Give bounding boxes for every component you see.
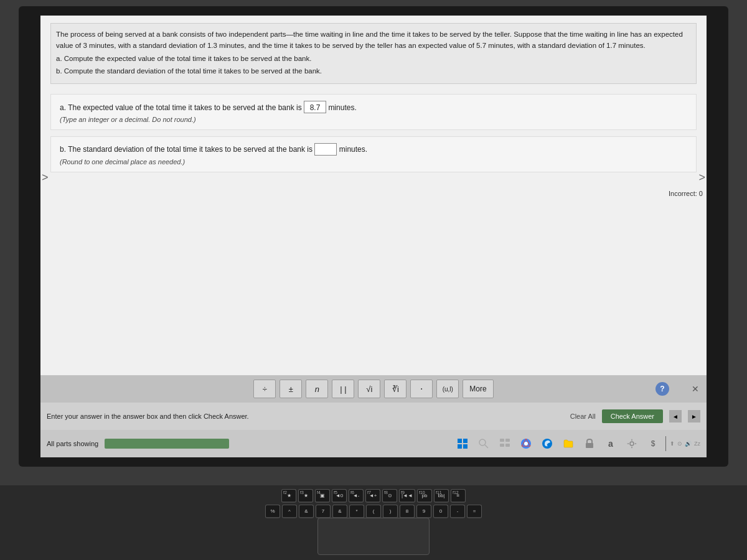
part-b-text: b. The standard deviation of the total t… [60,145,312,154]
key-f8-symbol: ⊙ [388,493,392,498]
parts-progress-bar [105,439,229,449]
part-b-unit: minutes. [339,145,367,154]
key-ampersand[interactable]: & [299,505,314,518]
key-f2-fn: f2 [283,490,287,495]
math-btn-sqrt[interactable]: √i [358,380,380,398]
key-f2-symbol: ★ [287,493,291,498]
math-btn-plusminus[interactable]: ± [280,380,302,398]
svg-point-11 [524,442,528,446]
nav-prev-button[interactable]: ◄ [669,410,682,422]
key-f8[interactable]: f8 ⊙ [382,489,397,503]
lock-icon[interactable] [581,435,598,452]
svg-rect-8 [500,444,504,447]
svg-line-5 [485,445,488,448]
key-percent[interactable]: % [265,505,280,518]
key-f6[interactable]: f6 ◄- [349,489,364,503]
svg-rect-13 [586,443,593,448]
check-answer-button[interactable]: Check Answer [602,409,663,423]
problem-statement: The process of being served at a bank co… [50,23,697,84]
key-f10-fn: f10 [419,490,425,495]
file-explorer-icon[interactable] [560,435,577,452]
key-f9-fn: f9 [401,490,405,495]
part-b-instruction: b. Compute the standard deviation of the… [56,65,691,77]
close-button[interactable]: ✕ [692,384,699,394]
key-equals[interactable]: = [467,505,482,518]
key-f12-fn: f12 [453,490,459,495]
incorrect-count: Incorrect: 0 [669,190,703,197]
part-b-answer-input[interactable] [314,143,337,156]
svg-rect-6 [500,439,504,442]
key-8[interactable]: 8 [400,505,415,518]
bottom-bar: Enter your answer in the answer box and … [40,403,707,430]
settings-icon[interactable] [623,435,641,452]
help-button[interactable]: ? [655,382,669,396]
chrome-icon[interactable] [517,435,535,452]
nav-next-button[interactable]: ► [688,410,700,422]
taskbar-search-icon[interactable] [475,435,492,452]
intro-text: The process of being served at a bank co… [56,29,691,52]
part-a-block: a. The expected value of the total time … [50,94,697,130]
instruction-text: Enter your answer in the answer box and … [47,413,558,420]
edge-icon[interactable] [538,435,556,452]
key-f5-fn: f5 [334,490,337,495]
svg-rect-2 [458,444,462,449]
key-f11[interactable]: f11 bb| [434,489,449,503]
part-a-unit: minutes. [328,103,356,112]
system-tray: ⬆ ⊙ 🔊 Zz [670,441,700,447]
math-btn-cbrt[interactable]: ∛i [384,380,406,398]
parts-showing-label: All parts showing [47,440,98,447]
key-f7[interactable]: f7 ◄+ [365,489,380,503]
key-7[interactable]: 7 [316,505,331,518]
key-star[interactable]: * [349,505,364,518]
math-btn-more[interactable]: More [463,380,493,398]
key-f5[interactable]: f5 ◄0 [332,489,347,503]
clear-all-button[interactable]: Clear All [570,413,596,420]
part-a-sub: (Type an integer or a decimal. Do not ro… [60,116,687,123]
key-dash[interactable]: - [450,505,465,518]
part-a-label: a. The expected value of the total time … [60,101,687,113]
touchpad[interactable] [317,518,430,555]
key-f3[interactable]: f3 ★ [298,489,313,503]
nav-left-arrow[interactable]: > [42,171,49,184]
key-lparen[interactable]: ( [366,505,381,518]
money-icon[interactable]: $ [644,435,662,452]
key-9[interactable]: 9 [416,505,431,518]
key-f9[interactable]: f9 |◄◄ [399,489,415,503]
math-btn-divide[interactable]: ÷ [253,380,276,398]
key-f4[interactable]: f4 ▣ [315,489,330,503]
key-f11-fn: f11 [436,490,442,495]
key-f3-symbol: ★ [304,493,308,498]
svg-rect-0 [458,439,462,443]
svg-rect-1 [463,439,467,443]
key-f3-fn: f3 [300,490,304,495]
svg-rect-7 [505,439,510,442]
key-f4-fn: f4 [317,490,321,495]
mail-icon[interactable]: a [602,435,619,452]
key-f12[interactable]: f12 ≡ [451,489,466,503]
key-0[interactable]: 0 [433,505,448,518]
parts-bar: All parts showing [40,430,707,457]
svg-point-4 [479,439,486,446]
key-rparen[interactable]: ) [383,505,398,518]
part-b-sub: (Round to one decimal place as needed.) [60,158,687,166]
key-f8-fn: f8 [384,490,388,495]
task-view-icon[interactable] [496,435,514,452]
math-btn-abs[interactable]: | | [332,380,354,398]
key-ampersand2[interactable]: & [332,505,347,518]
part-a-text: a. The expected value of the total time … [60,103,302,112]
part-b-label: b. The standard deviation of the total t… [60,143,687,156]
key-f2[interactable]: f2 ★ [281,489,296,503]
math-btn-dot[interactable]: · [410,380,433,398]
part-a-instruction: a. Compute the expected value of the tot… [56,53,691,64]
key-caret[interactable]: ^ [282,505,297,518]
math-toolbar: ÷ ± n | | √i ∛i · (u,l) More ? ✕ [40,375,707,403]
math-btn-ul[interactable]: (u,l) [436,380,459,398]
svg-point-14 [630,442,634,446]
nav-right-arrow[interactable]: > [698,171,705,184]
part-b-block: b. The standard deviation of the total t… [50,136,697,172]
windows-icon[interactable] [454,435,471,452]
key-f6-fn: f6 [350,490,354,495]
key-f10[interactable]: f10 pb [417,489,432,503]
math-btn-n[interactable]: n [306,380,328,398]
key-f4-symbol: ▣ [320,493,325,498]
